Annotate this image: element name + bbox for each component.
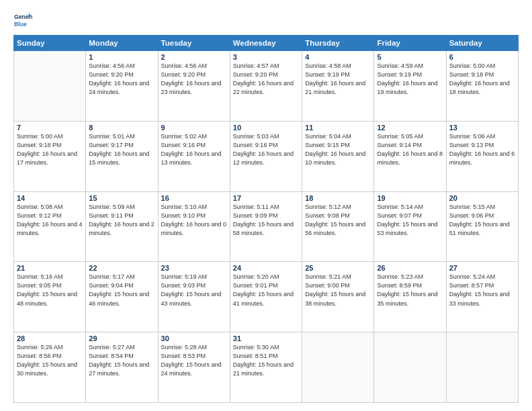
calendar-cell: 24Sunrise: 5:20 AMSunset: 9:01 PMDayligh…	[230, 262, 302, 332]
day-info: Sunrise: 5:14 AMSunset: 9:07 PMDaylight:…	[377, 203, 443, 238]
day-number: 21	[17, 264, 83, 272]
calendar-cell: 20Sunrise: 5:15 AMSunset: 9:06 PMDayligh…	[446, 191, 518, 262]
weekday-header-tuesday: Tuesday	[158, 36, 230, 51]
day-number: 22	[89, 264, 154, 272]
calendar-cell: 25Sunrise: 5:21 AMSunset: 9:00 PMDayligh…	[302, 262, 374, 332]
calendar-cell: 22Sunrise: 5:17 AMSunset: 9:04 PMDayligh…	[86, 262, 158, 332]
day-info: Sunrise: 5:11 AMSunset: 9:09 PMDaylight:…	[233, 203, 299, 238]
day-number: 20	[449, 194, 515, 202]
day-info: Sunrise: 5:27 AMSunset: 8:54 PMDaylight:…	[89, 343, 154, 378]
calendar-cell	[374, 332, 446, 403]
day-number: 17	[233, 194, 299, 202]
calendar-page: General Blue SundayMondayTuesdayWednesda…	[0, 0, 532, 411]
calendar-cell: 21Sunrise: 5:16 AMSunset: 9:05 PMDayligh…	[14, 262, 86, 332]
day-info: Sunrise: 5:03 AMSunset: 9:16 PMDaylight:…	[233, 132, 299, 167]
calendar-cell: 10Sunrise: 5:03 AMSunset: 9:16 PMDayligh…	[230, 121, 302, 191]
day-info: Sunrise: 5:04 AMSunset: 9:15 PMDaylight:…	[305, 132, 371, 167]
week-row-4: 21Sunrise: 5:16 AMSunset: 9:05 PMDayligh…	[14, 262, 519, 332]
day-info: Sunrise: 5:00 AMSunset: 9:18 PMDaylight:…	[449, 62, 515, 97]
calendar-cell: 13Sunrise: 5:06 AMSunset: 9:13 PMDayligh…	[446, 121, 518, 191]
day-number: 29	[89, 334, 154, 342]
day-number: 19	[377, 194, 443, 202]
day-number: 26	[377, 264, 443, 272]
day-number: 12	[377, 124, 443, 132]
day-info: Sunrise: 5:26 AMSunset: 8:56 PMDaylight:…	[17, 343, 83, 378]
week-row-1: 1Sunrise: 4:56 AMSunset: 9:20 PMDaylight…	[14, 51, 519, 122]
day-info: Sunrise: 5:05 AMSunset: 9:14 PMDaylight:…	[377, 132, 443, 167]
day-info: Sunrise: 5:08 AMSunset: 9:12 PMDaylight:…	[17, 203, 83, 238]
day-number: 24	[233, 264, 299, 272]
weekday-header-row: SundayMondayTuesdayWednesdayThursdayFrid…	[14, 36, 519, 51]
day-info: Sunrise: 5:02 AMSunset: 9:16 PMDaylight:…	[161, 132, 227, 167]
day-number: 9	[161, 124, 227, 132]
calendar-cell: 19Sunrise: 5:14 AMSunset: 9:07 PMDayligh…	[374, 191, 446, 262]
weekday-header-thursday: Thursday	[302, 36, 374, 51]
day-number: 7	[17, 124, 83, 132]
calendar-cell: 6Sunrise: 5:00 AMSunset: 9:18 PMDaylight…	[446, 51, 518, 122]
calendar-cell: 5Sunrise: 4:59 AMSunset: 9:19 PMDaylight…	[374, 51, 446, 122]
day-info: Sunrise: 4:58 AMSunset: 9:19 PMDaylight:…	[305, 62, 371, 97]
day-number: 31	[233, 334, 299, 342]
day-info: Sunrise: 5:15 AMSunset: 9:06 PMDaylight:…	[449, 203, 515, 238]
day-info: Sunrise: 5:19 AMSunset: 9:03 PMDaylight:…	[161, 273, 227, 308]
calendar-cell: 18Sunrise: 5:12 AMSunset: 9:08 PMDayligh…	[302, 191, 374, 262]
logo: General Blue	[13, 11, 32, 30]
day-info: Sunrise: 4:57 AMSunset: 9:20 PMDaylight:…	[233, 62, 299, 97]
day-number: 5	[377, 53, 443, 61]
calendar-cell: 3Sunrise: 4:57 AMSunset: 9:20 PMDaylight…	[230, 51, 302, 122]
calendar-cell: 8Sunrise: 5:01 AMSunset: 9:17 PMDaylight…	[86, 121, 158, 191]
calendar-cell: 29Sunrise: 5:27 AMSunset: 8:54 PMDayligh…	[86, 332, 158, 403]
calendar-cell: 2Sunrise: 4:56 AMSunset: 9:20 PMDaylight…	[158, 51, 230, 122]
day-info: Sunrise: 5:12 AMSunset: 9:08 PMDaylight:…	[305, 203, 371, 238]
calendar-cell	[446, 332, 518, 403]
day-info: Sunrise: 5:06 AMSunset: 9:13 PMDaylight:…	[449, 132, 515, 167]
weekday-header-monday: Monday	[86, 36, 158, 51]
calendar-cell: 30Sunrise: 5:28 AMSunset: 8:53 PMDayligh…	[158, 332, 230, 403]
day-info: Sunrise: 5:23 AMSunset: 8:59 PMDaylight:…	[377, 273, 443, 308]
weekday-header-saturday: Saturday	[446, 36, 518, 51]
calendar-cell: 27Sunrise: 5:24 AMSunset: 8:57 PMDayligh…	[446, 262, 518, 332]
calendar-cell: 26Sunrise: 5:23 AMSunset: 8:59 PMDayligh…	[374, 262, 446, 332]
weekday-header-sunday: Sunday	[14, 36, 86, 51]
calendar-cell	[302, 332, 374, 403]
day-number: 1	[89, 53, 154, 61]
calendar-cell: 23Sunrise: 5:19 AMSunset: 9:03 PMDayligh…	[158, 262, 230, 332]
weekday-header-wednesday: Wednesday	[230, 36, 302, 51]
calendar-cell: 16Sunrise: 5:10 AMSunset: 9:10 PMDayligh…	[158, 191, 230, 262]
day-info: Sunrise: 5:21 AMSunset: 9:00 PMDaylight:…	[305, 273, 371, 308]
day-number: 6	[449, 53, 515, 61]
day-info: Sunrise: 5:17 AMSunset: 9:04 PMDaylight:…	[89, 273, 154, 308]
week-row-5: 28Sunrise: 5:26 AMSunset: 8:56 PMDayligh…	[14, 332, 519, 403]
calendar-cell: 4Sunrise: 4:58 AMSunset: 9:19 PMDaylight…	[302, 51, 374, 122]
day-info: Sunrise: 4:56 AMSunset: 9:20 PMDaylight:…	[161, 62, 227, 97]
calendar-cell: 11Sunrise: 5:04 AMSunset: 9:15 PMDayligh…	[302, 121, 374, 191]
calendar-cell: 15Sunrise: 5:09 AMSunset: 9:11 PMDayligh…	[86, 191, 158, 262]
day-number: 4	[305, 53, 371, 61]
calendar-cell: 14Sunrise: 5:08 AMSunset: 9:12 PMDayligh…	[14, 191, 86, 262]
day-number: 16	[161, 194, 227, 202]
day-info: Sunrise: 4:59 AMSunset: 9:19 PMDaylight:…	[377, 62, 443, 97]
calendar-cell: 17Sunrise: 5:11 AMSunset: 9:09 PMDayligh…	[230, 191, 302, 262]
calendar-table: SundayMondayTuesdayWednesdayThursdayFrid…	[13, 35, 519, 403]
day-info: Sunrise: 5:28 AMSunset: 8:53 PMDaylight:…	[161, 343, 227, 378]
day-number: 25	[305, 264, 371, 272]
header: General Blue	[13, 11, 519, 30]
calendar-cell: 7Sunrise: 5:00 AMSunset: 9:18 PMDaylight…	[14, 121, 86, 191]
day-info: Sunrise: 5:24 AMSunset: 8:57 PMDaylight:…	[449, 273, 515, 308]
week-row-2: 7Sunrise: 5:00 AMSunset: 9:18 PMDaylight…	[14, 121, 519, 191]
svg-text:Blue: Blue	[14, 21, 27, 28]
weekday-header-friday: Friday	[374, 36, 446, 51]
day-number: 13	[449, 124, 515, 132]
day-number: 18	[305, 194, 371, 202]
day-info: Sunrise: 5:09 AMSunset: 9:11 PMDaylight:…	[89, 203, 154, 238]
day-number: 3	[233, 53, 299, 61]
calendar-cell: 1Sunrise: 4:56 AMSunset: 9:20 PMDaylight…	[86, 51, 158, 122]
day-number: 28	[17, 334, 83, 342]
calendar-cell: 9Sunrise: 5:02 AMSunset: 9:16 PMDaylight…	[158, 121, 230, 191]
day-info: Sunrise: 5:30 AMSunset: 8:51 PMDaylight:…	[233, 343, 299, 378]
day-number: 30	[161, 334, 227, 342]
calendar-cell: 12Sunrise: 5:05 AMSunset: 9:14 PMDayligh…	[374, 121, 446, 191]
day-number: 23	[161, 264, 227, 272]
day-number: 8	[89, 124, 154, 132]
day-number: 10	[233, 124, 299, 132]
